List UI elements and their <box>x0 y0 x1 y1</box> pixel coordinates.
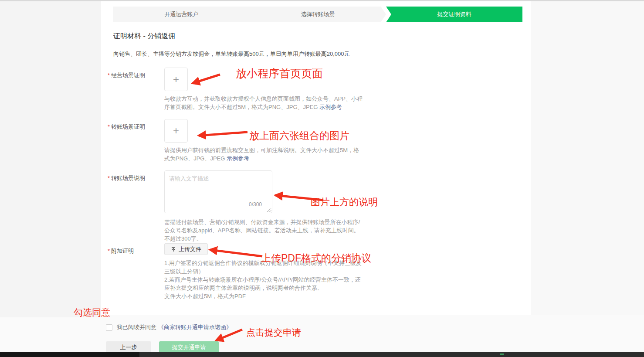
annotation-check-agree: 勾选同意 <box>74 306 110 319</box>
agreement-label: 我已阅读并同意 <box>117 323 156 331</box>
description-text: 请提供用户获得钱的前置流程交互图，可加注释说明。文件大小不超过5M，格式为PNG… <box>164 147 359 162</box>
field-label-text: 经营场景证明 <box>111 72 145 78</box>
step-label: 开通运营账户 <box>165 10 199 18</box>
field-description: 需描述付款场景、营销/分销规则、付款资金来源，并提供转账场景所在小程序/公众号名… <box>164 218 365 243</box>
right-background-panel <box>531 1 644 315</box>
image-upload-box[interactable]: + <box>164 68 188 91</box>
annotation-upload-pdf-agreement: 上传PDF格式的分销协议 <box>261 252 371 265</box>
required-asterisk: * <box>108 72 110 78</box>
step-open-account: 开通运营账户 <box>113 7 250 22</box>
step-label: 提交证明资料 <box>437 10 471 18</box>
char-counter: 0/300 <box>249 201 262 207</box>
taskbar-green-indicator <box>500 354 504 355</box>
field-description: 与收款方互动，并获取收款方授权个人信息的页面截图，如公众号、APP、小程序首页截… <box>164 95 365 111</box>
agreement-row: 我已阅读并同意 《商家转账开通申请承诺函》 <box>106 323 232 331</box>
content-card: 开通运营账户 选择转账场景 提交证明资料 证明材料 - 分销返佣 向销售、团长、… <box>101 1 531 315</box>
required-asterisk: * <box>108 123 110 130</box>
step-select-scene: 选择转账场景 <box>250 7 386 22</box>
upload-icon <box>171 247 176 252</box>
annotation-six-images-combo: 放上面六张组合的图片 <box>249 129 349 143</box>
field-label-text: 转账场景说明 <box>111 175 145 181</box>
field-label: *转账场景证明 <box>108 119 164 163</box>
page-title: 证明材料 - 分销返佣 <box>113 32 175 41</box>
page-subtitle: 向销售、团长、主播等分销方发放佣金，单笔转账最高500元，单日向单用户转账最高2… <box>113 50 349 58</box>
annotation-click-submit: 点击提交申请 <box>246 326 301 339</box>
upload-file-button[interactable]: 上传文件 <box>164 243 208 255</box>
image-upload-box[interactable]: + <box>164 119 188 143</box>
plus-icon: + <box>173 126 179 136</box>
example-reference-link[interactable]: 示例参考 <box>227 155 249 162</box>
description-line: 文件大小不超过5M，格式为PDF <box>164 292 365 300</box>
field-label-text: 转账场景证明 <box>111 123 145 130</box>
annotation-description-above-images: 图片上方的说明 <box>311 196 378 209</box>
field-label: *附加证明 <box>108 243 164 300</box>
description-line: 2.若商户号主体与转账场景所在小程序/公众号/APP/网站的经营主体不一致，还应… <box>164 275 365 292</box>
step-label: 选择转账场景 <box>301 10 335 18</box>
previous-step-button[interactable]: 上一步 <box>106 341 151 353</box>
field-description: 请提供用户获得钱的前置流程交互图，可加注释说明。文件大小不超过5M，格式为PNG… <box>164 146 365 163</box>
annotation-homepage-screenshot: 放小程序首页页面 <box>236 66 323 81</box>
example-reference-link[interactable]: 示例参考 <box>319 104 342 110</box>
submit-application-button[interactable]: 提交开通申请 <box>159 341 219 353</box>
textarea-resize-handle[interactable] <box>267 208 271 212</box>
page: 开通运营账户 选择转账场景 提交证明资料 证明材料 - 分销返佣 向销售、团长、… <box>0 0 644 357</box>
required-asterisk: * <box>108 248 110 254</box>
left-background-panel <box>0 1 101 317</box>
field-description: 1.用户签署的分销返佣合作协议的模版或分销返佣详细规则说明（不支持三级及三级以上… <box>164 259 365 300</box>
taskbar-left-segment <box>0 352 139 357</box>
step-indicator: 开通运营账户 选择转账场景 提交证明资料 <box>113 7 522 22</box>
bottom-taskbar <box>0 352 644 357</box>
agreement-letter-link[interactable]: 《商家转账开通申请承诺函》 <box>158 323 232 331</box>
plus-icon: + <box>173 74 179 85</box>
agreement-checkbox[interactable] <box>106 324 112 331</box>
field-label-text: 附加证明 <box>111 248 134 254</box>
upload-file-label: 上传文件 <box>179 245 201 253</box>
step-submit-proof-active: 提交证明资料 <box>386 7 522 22</box>
field-label: *转账场景说明 <box>108 170 164 243</box>
field-label: *经营场景证明 <box>108 68 164 111</box>
required-asterisk: * <box>108 175 110 181</box>
